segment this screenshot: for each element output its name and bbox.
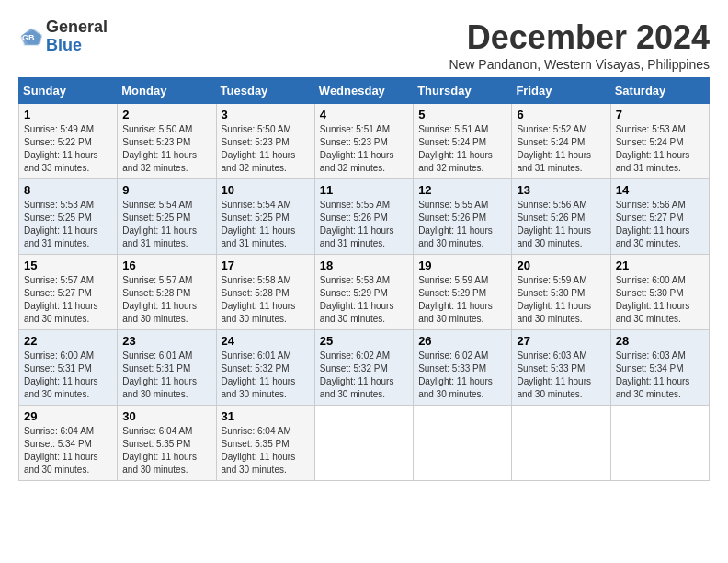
- week-row-2: 8Sunrise: 5:53 AMSunset: 5:25 PMDaylight…: [19, 179, 710, 255]
- calendar-cell: 6Sunrise: 5:52 AMSunset: 5:24 PMDaylight…: [512, 104, 610, 179]
- calendar-cell: [610, 406, 709, 481]
- day-info: Sunrise: 5:50 AMSunset: 5:23 PMDaylight:…: [122, 123, 210, 175]
- day-info: Sunrise: 5:55 AMSunset: 5:26 PMDaylight:…: [418, 199, 506, 250]
- logo-text: General Blue: [46, 18, 108, 55]
- day-number: 2: [122, 108, 210, 121]
- weekday-header-row: SundayMondayTuesdayWednesdayThursdayFrid…: [19, 78, 710, 104]
- day-number: 28: [616, 334, 704, 348]
- day-number: 31: [222, 409, 310, 423]
- day-number: 23: [122, 334, 210, 348]
- calendar-cell: 3Sunrise: 5:50 AMSunset: 5:23 PMDaylight…: [216, 104, 314, 179]
- day-number: 6: [517, 108, 605, 121]
- day-info: Sunrise: 6:03 AMSunset: 5:33 PMDaylight:…: [517, 350, 605, 401]
- day-number: 10: [222, 183, 310, 197]
- day-info: Sunrise: 5:57 AMSunset: 5:27 PMDaylight:…: [24, 274, 112, 326]
- calendar-cell: 10Sunrise: 5:54 AMSunset: 5:25 PMDayligh…: [216, 179, 314, 255]
- day-number: 30: [122, 409, 210, 423]
- calendar-cell: 25Sunrise: 6:02 AMSunset: 5:32 PMDayligh…: [314, 330, 413, 406]
- week-row-1: 1Sunrise: 5:49 AMSunset: 5:22 PMDaylight…: [19, 104, 710, 179]
- calendar-cell: 17Sunrise: 5:58 AMSunset: 5:28 PMDayligh…: [216, 255, 314, 330]
- day-number: 26: [418, 334, 506, 348]
- calendar-cell: 26Sunrise: 6:02 AMSunset: 5:33 PMDayligh…: [414, 330, 512, 406]
- calendar-cell: 23Sunrise: 6:01 AMSunset: 5:31 PMDayligh…: [118, 330, 216, 406]
- day-info: Sunrise: 5:56 AMSunset: 5:26 PMDaylight:…: [517, 199, 605, 250]
- calendar-cell: [314, 406, 413, 481]
- weekday-header-saturday: Saturday: [610, 78, 709, 104]
- day-number: 18: [320, 259, 408, 272]
- calendar-cell: 8Sunrise: 5:53 AMSunset: 5:25 PMDaylight…: [19, 179, 118, 255]
- logo: GB General Blue: [18, 18, 108, 55]
- weekday-header-wednesday: Wednesday: [314, 78, 413, 104]
- day-info: Sunrise: 5:49 AMSunset: 5:22 PMDaylight:…: [24, 123, 112, 175]
- day-info: Sunrise: 6:00 AMSunset: 5:31 PMDaylight:…: [24, 350, 112, 401]
- day-number: 1: [24, 108, 112, 121]
- day-number: 20: [517, 259, 605, 272]
- calendar-cell: 31Sunrise: 6:04 AMSunset: 5:35 PMDayligh…: [216, 406, 314, 481]
- calendar-cell: 16Sunrise: 5:57 AMSunset: 5:28 PMDayligh…: [118, 255, 216, 330]
- day-number: 25: [320, 334, 408, 348]
- day-info: Sunrise: 5:56 AMSunset: 5:27 PMDaylight:…: [616, 199, 704, 250]
- day-number: 16: [122, 259, 210, 272]
- day-number: 12: [418, 183, 506, 197]
- calendar-subtitle: New Pandanon, Western Visayas, Philippin…: [449, 57, 710, 72]
- calendar-cell: 11Sunrise: 5:55 AMSunset: 5:26 PMDayligh…: [314, 179, 413, 255]
- day-number: 11: [320, 183, 408, 197]
- day-number: 8: [24, 183, 112, 197]
- calendar-cell: 24Sunrise: 6:01 AMSunset: 5:32 PMDayligh…: [216, 330, 314, 406]
- day-info: Sunrise: 5:57 AMSunset: 5:28 PMDaylight:…: [122, 274, 210, 326]
- day-info: Sunrise: 6:03 AMSunset: 5:34 PMDaylight:…: [616, 350, 704, 401]
- calendar-cell: 5Sunrise: 5:51 AMSunset: 5:24 PMDaylight…: [414, 104, 512, 179]
- calendar-cell: 18Sunrise: 5:58 AMSunset: 5:29 PMDayligh…: [314, 255, 413, 330]
- calendar-cell: 9Sunrise: 5:54 AMSunset: 5:25 PMDaylight…: [118, 179, 216, 255]
- day-number: 17: [222, 259, 310, 272]
- day-info: Sunrise: 5:58 AMSunset: 5:28 PMDaylight:…: [222, 274, 310, 326]
- logo-icon: GB: [18, 26, 44, 48]
- weekday-header-friday: Friday: [512, 78, 610, 104]
- calendar-cell: 28Sunrise: 6:03 AMSunset: 5:34 PMDayligh…: [610, 330, 709, 406]
- day-number: 4: [320, 108, 408, 121]
- day-info: Sunrise: 6:04 AMSunset: 5:34 PMDaylight:…: [24, 425, 112, 477]
- calendar-cell: 2Sunrise: 5:50 AMSunset: 5:23 PMDaylight…: [118, 104, 216, 179]
- calendar-cell: 12Sunrise: 5:55 AMSunset: 5:26 PMDayligh…: [414, 179, 512, 255]
- weekday-header-sunday: Sunday: [19, 78, 118, 104]
- week-row-3: 15Sunrise: 5:57 AMSunset: 5:27 PMDayligh…: [19, 255, 710, 330]
- day-info: Sunrise: 5:54 AMSunset: 5:25 PMDaylight:…: [122, 199, 210, 250]
- calendar-cell: 1Sunrise: 5:49 AMSunset: 5:22 PMDaylight…: [19, 104, 118, 179]
- header: GB General Blue December 2024 New Pandan…: [18, 18, 710, 72]
- day-info: Sunrise: 5:53 AMSunset: 5:24 PMDaylight:…: [616, 123, 704, 175]
- day-info: Sunrise: 6:04 AMSunset: 5:35 PMDaylight:…: [122, 425, 210, 477]
- day-number: 5: [418, 108, 506, 121]
- calendar-cell: 27Sunrise: 6:03 AMSunset: 5:33 PMDayligh…: [512, 330, 610, 406]
- day-number: 9: [122, 183, 210, 197]
- day-info: Sunrise: 6:01 AMSunset: 5:32 PMDaylight:…: [222, 350, 310, 401]
- day-number: 27: [517, 334, 605, 348]
- day-info: Sunrise: 5:58 AMSunset: 5:29 PMDaylight:…: [320, 274, 408, 326]
- day-number: 13: [517, 183, 605, 197]
- week-row-4: 22Sunrise: 6:00 AMSunset: 5:31 PMDayligh…: [19, 330, 710, 406]
- calendar-cell: 21Sunrise: 6:00 AMSunset: 5:30 PMDayligh…: [610, 255, 709, 330]
- day-number: 24: [222, 334, 310, 348]
- day-number: 21: [616, 259, 704, 272]
- day-info: Sunrise: 6:00 AMSunset: 5:30 PMDaylight:…: [616, 274, 704, 326]
- day-number: 19: [418, 259, 506, 272]
- day-info: Sunrise: 5:53 AMSunset: 5:25 PMDaylight:…: [24, 199, 112, 250]
- day-info: Sunrise: 5:59 AMSunset: 5:30 PMDaylight:…: [517, 274, 605, 326]
- day-info: Sunrise: 5:59 AMSunset: 5:29 PMDaylight:…: [418, 274, 506, 326]
- day-info: Sunrise: 5:50 AMSunset: 5:23 PMDaylight:…: [222, 123, 310, 175]
- day-number: 3: [222, 108, 310, 121]
- day-info: Sunrise: 6:02 AMSunset: 5:33 PMDaylight:…: [418, 350, 506, 401]
- week-row-5: 29Sunrise: 6:04 AMSunset: 5:34 PMDayligh…: [19, 406, 710, 481]
- calendar-cell: 19Sunrise: 5:59 AMSunset: 5:29 PMDayligh…: [414, 255, 512, 330]
- calendar-cell: [414, 406, 512, 481]
- day-info: Sunrise: 6:04 AMSunset: 5:35 PMDaylight:…: [222, 425, 310, 477]
- weekday-header-thursday: Thursday: [414, 78, 512, 104]
- calendar-cell: 14Sunrise: 5:56 AMSunset: 5:27 PMDayligh…: [610, 179, 709, 255]
- calendar-cell: 29Sunrise: 6:04 AMSunset: 5:34 PMDayligh…: [19, 406, 118, 481]
- svg-text:GB: GB: [22, 33, 35, 42]
- day-info: Sunrise: 5:51 AMSunset: 5:24 PMDaylight:…: [418, 123, 506, 175]
- calendar-cell: 7Sunrise: 5:53 AMSunset: 5:24 PMDaylight…: [610, 104, 709, 179]
- day-number: 15: [24, 259, 112, 272]
- weekday-header-monday: Monday: [118, 78, 216, 104]
- day-number: 7: [616, 108, 704, 121]
- calendar-title: December 2024: [449, 18, 710, 57]
